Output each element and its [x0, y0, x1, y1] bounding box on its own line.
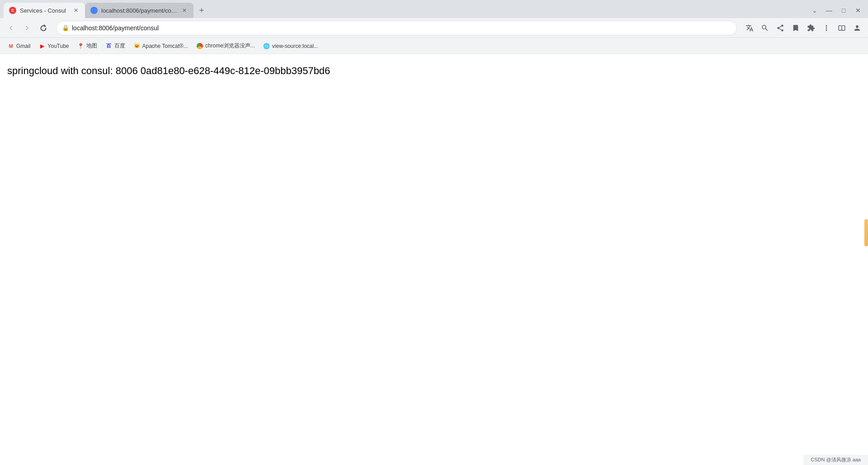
bookmark-tomcat-label: Apache Tomcat®...	[142, 43, 188, 49]
gmail-favicon: M	[7, 42, 14, 50]
tab-list-button[interactable]: ⌄	[808, 4, 821, 17]
bottom-bar-text: CSDN @清风微凉 aaa	[811, 456, 861, 463]
page-content-text: springcloud with consul: 8006 0ad81e80-e…	[7, 65, 861, 77]
chrome-menu-button[interactable]	[819, 21, 834, 35]
zoom-button[interactable]	[758, 21, 772, 35]
nav-bar: 🔒	[0, 18, 868, 38]
lock-icon: 🔒	[62, 24, 69, 31]
tab-title-payment: localhost:8006/payment/cons	[101, 7, 177, 14]
reload-button[interactable]	[36, 21, 51, 35]
close-button[interactable]: ✕	[852, 4, 864, 17]
bookmark-youtube-label: YouTube	[47, 43, 69, 49]
tab-favicon-consul: C	[9, 7, 16, 14]
tab-consul[interactable]: C Services - Consul ✕	[4, 3, 85, 18]
bookmark-chrome-settings[interactable]: chrome浏览器没声...	[193, 40, 259, 52]
translate-button[interactable]	[742, 21, 757, 35]
bookmark-baidu-label: 百度	[114, 42, 125, 50]
web-favicon: 🌐	[263, 42, 270, 50]
main-content: springcloud with consul: 8006 0ad81e80-e…	[0, 54, 868, 465]
youtube-favicon: ▶	[38, 42, 46, 50]
bookmark-baidu[interactable]: 百 百度	[102, 40, 129, 52]
bookmarks-bar: M Gmail ▶ YouTube 📍 地图 百 百度	[0, 38, 868, 54]
tab-close-payment[interactable]: ✕	[181, 7, 188, 14]
tab-favicon-payment	[90, 7, 98, 14]
baidu-favicon: 百	[105, 42, 113, 50]
chrome-favicon	[196, 42, 203, 50]
tomcat-favicon: 🐱	[133, 42, 141, 50]
address-input[interactable]	[72, 24, 731, 32]
maximize-button[interactable]: □	[837, 4, 850, 17]
bookmark-maps-label: 地图	[86, 42, 97, 50]
bookmark-chrome-label: chrome浏览器没声...	[205, 42, 255, 50]
window-controls: ⌄ — □ ✕	[808, 4, 864, 17]
tab-close-consul[interactable]: ✕	[72, 7, 80, 14]
extensions-button[interactable]	[804, 21, 818, 35]
address-bar[interactable]: 🔒	[56, 21, 737, 35]
new-tab-button[interactable]: +	[195, 4, 208, 17]
tab-title-consul: Services - Consul	[20, 7, 69, 14]
bookmark-youtube[interactable]: ▶ YouTube	[35, 41, 72, 52]
bookmark-button[interactable]	[788, 21, 803, 35]
bookmark-gmail[interactable]: M Gmail	[4, 41, 34, 52]
bookmark-view-source-label: view-source:local...	[272, 43, 318, 49]
maps-favicon: 📍	[77, 42, 85, 50]
split-screen-button[interactable]	[835, 21, 849, 35]
nav-right-buttons	[742, 21, 864, 35]
forward-button[interactable]	[20, 21, 34, 35]
profile-button[interactable]	[850, 21, 864, 35]
back-button[interactable]	[4, 21, 18, 35]
tab-payment[interactable]: localhost:8006/payment/cons ✕	[85, 3, 193, 18]
tab-bar: C Services - Consul ✕ localhost:8006/pay…	[0, 0, 868, 18]
bookmark-tomcat[interactable]: 🐱 Apache Tomcat®...	[130, 41, 192, 52]
share-button[interactable]	[773, 21, 788, 35]
window-frame: C Services - Consul ✕ localhost:8006/pay…	[0, 0, 868, 54]
bookmark-gmail-label: Gmail	[16, 43, 30, 49]
bottom-bar: CSDN @清风微凉 aaa	[803, 455, 868, 465]
bookmark-view-source[interactable]: 🌐 view-source:local...	[259, 41, 322, 52]
scrollbar[interactable]	[864, 219, 868, 246]
minimize-button[interactable]: —	[823, 4, 835, 17]
bookmark-maps[interactable]: 📍 地图	[74, 40, 101, 52]
